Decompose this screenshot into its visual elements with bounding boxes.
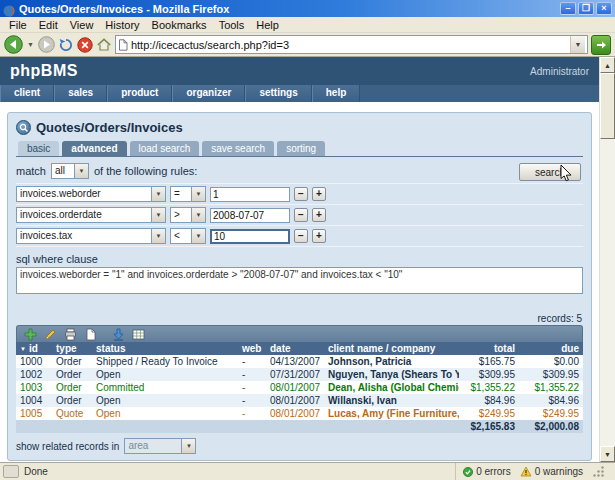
rule-value-input[interactable]: [210, 187, 290, 202]
menu-edit[interactable]: Edit: [33, 18, 64, 32]
cell-web: -: [238, 355, 266, 368]
column-header-id[interactable]: ▼id: [16, 342, 52, 355]
scroll-up-icon[interactable]: ▲: [600, 57, 615, 73]
back-dropdown-icon[interactable]: ▼: [26, 41, 35, 48]
table-row[interactable]: 1002 Order Open - 07/31/2007 Nguyen, Tan…: [16, 368, 583, 381]
cell-client[interactable]: Dean, Alisha (Global Chemical, Inc.): [324, 381, 459, 394]
nav-item-organizer[interactable]: organizer: [172, 85, 245, 102]
total-sum: $2,165.83: [459, 420, 519, 433]
table-row[interactable]: 1000 Order Shipped / Ready To Invoice - …: [16, 355, 583, 368]
add-rule-button[interactable]: +: [312, 229, 326, 243]
rule-row: invoices.weborder▼ =▼ − +: [16, 184, 583, 205]
nav-item-settings[interactable]: settings: [245, 85, 311, 102]
export-download-icon[interactable]: [112, 328, 125, 341]
document-icon[interactable]: [84, 328, 97, 341]
nav-item-help[interactable]: help: [312, 85, 361, 102]
tab-advanced[interactable]: advanced: [62, 141, 126, 156]
rule-operator-select[interactable]: =▼: [170, 186, 206, 202]
url-input[interactable]: [131, 39, 567, 51]
tab-save-search[interactable]: save search: [202, 141, 274, 156]
column-header-type[interactable]: type: [52, 342, 92, 355]
rule-field-select[interactable]: invoices.tax▼: [16, 228, 166, 244]
rule-value-input[interactable]: [210, 229, 290, 244]
menu-bookmarks[interactable]: Bookmarks: [146, 18, 213, 32]
scrollbar-thumb[interactable]: [600, 73, 615, 139]
menu-history[interactable]: History: [99, 18, 145, 32]
sql-where-textarea[interactable]: invoices.weborder = "1" and invoices.ord…: [16, 267, 583, 294]
cell-client[interactable]: Nguyen, Tanya (Shears To You, LLC): [324, 368, 459, 381]
stop-button[interactable]: [77, 37, 93, 53]
table-row[interactable]: 1003 Order Committed - 08/01/2007 Dean, …: [16, 381, 583, 394]
column-header-client[interactable]: client name / company: [324, 342, 459, 355]
reload-button[interactable]: [58, 37, 74, 53]
cell-client[interactable]: Lucas, Amy (Fine Furniture, Inc.): [324, 407, 459, 420]
page-title-row: Quotes/Orders/Invoices: [16, 120, 583, 135]
cell-date: 04/13/2007: [266, 355, 324, 368]
main-nav: client sales product organizer settings …: [0, 85, 599, 102]
errors-ok-icon: [463, 467, 473, 477]
rule-field-select[interactable]: invoices.orderdate▼: [16, 207, 166, 223]
scroll-down-icon[interactable]: ▼: [600, 446, 615, 462]
column-header-web[interactable]: web: [238, 342, 266, 355]
chevron-down-icon: ▼: [151, 187, 165, 201]
forward-button[interactable]: [38, 36, 55, 53]
back-button[interactable]: [4, 35, 23, 54]
cell-status: Open: [92, 407, 238, 420]
cell-id: 1000: [16, 355, 52, 368]
maximize-button[interactable]: ❐: [578, 2, 594, 15]
records-count: records: 5: [17, 313, 582, 324]
rule-field-select[interactable]: invoices.weborder▼: [16, 186, 166, 202]
add-rule-button[interactable]: +: [312, 187, 326, 201]
nav-item-sales[interactable]: sales: [54, 85, 107, 102]
remove-rule-button[interactable]: −: [294, 229, 308, 243]
edit-pencil-icon[interactable]: [44, 328, 57, 341]
related-records-select[interactable]: area▼: [124, 438, 196, 454]
current-user-label: Administrator: [530, 66, 589, 77]
close-button[interactable]: ×: [596, 2, 612, 15]
export-table-icon[interactable]: [132, 328, 145, 341]
rule-value-input[interactable]: [210, 208, 290, 223]
url-bar: ▼: [115, 35, 588, 54]
cell-date: 08/01/2007: [266, 394, 324, 407]
table-row[interactable]: 1005 Quote Open - 08/01/2007 Lucas, Amy …: [16, 407, 583, 420]
column-header-total[interactable]: total: [459, 342, 519, 355]
column-header-status[interactable]: status: [92, 342, 238, 355]
nav-item-client[interactable]: client: [0, 85, 54, 102]
url-dropdown-icon[interactable]: ▼: [570, 36, 585, 53]
menu-view[interactable]: View: [64, 18, 100, 32]
tab-load-search[interactable]: load search: [130, 141, 200, 156]
menu-help[interactable]: Help: [250, 18, 285, 32]
add-record-icon[interactable]: [24, 328, 37, 341]
cell-client[interactable]: Willanski, Ivan: [324, 394, 459, 407]
warning-indicator[interactable]: 0 warnings: [520, 466, 583, 477]
remove-rule-button[interactable]: −: [294, 187, 308, 201]
totals-row: $2,165.83 $2,000.08: [16, 420, 583, 433]
chevron-down-icon: ▼: [151, 208, 165, 222]
nav-item-product[interactable]: product: [107, 85, 172, 102]
cell-due: $249.95: [519, 407, 583, 420]
column-header-due[interactable]: due: [519, 342, 583, 355]
remove-rule-button[interactable]: −: [294, 208, 308, 222]
go-button[interactable]: [591, 35, 611, 55]
error-indicator[interactable]: 0 errors: [463, 466, 510, 477]
vertical-scrollbar[interactable]: ▲ ▼: [599, 57, 615, 462]
cell-client[interactable]: Johnson, Patricia: [324, 355, 459, 368]
menu-tools[interactable]: Tools: [213, 18, 251, 32]
cell-due: $309.95: [519, 368, 583, 381]
resize-grip[interactable]: [592, 465, 605, 478]
search-button[interactable]: search: [519, 163, 581, 181]
column-header-date[interactable]: date: [266, 342, 324, 355]
add-rule-button[interactable]: +: [312, 208, 326, 222]
tab-basic[interactable]: basic: [18, 141, 59, 156]
cell-date: 07/31/2007: [266, 368, 324, 381]
rule-operator-select[interactable]: <▼: [170, 228, 206, 244]
home-button[interactable]: [96, 37, 112, 53]
tab-sorting[interactable]: sorting: [277, 141, 325, 156]
print-icon[interactable]: [64, 328, 77, 341]
minimize-button[interactable]: –: [560, 2, 576, 15]
cell-total: $1,355.22: [459, 381, 519, 394]
rule-operator-select[interactable]: >▼: [170, 207, 206, 223]
table-row[interactable]: 1004 Order Open - 08/01/2007 Willanski, …: [16, 394, 583, 407]
match-select[interactable]: all▼: [51, 163, 89, 179]
menu-file[interactable]: File: [3, 18, 33, 32]
